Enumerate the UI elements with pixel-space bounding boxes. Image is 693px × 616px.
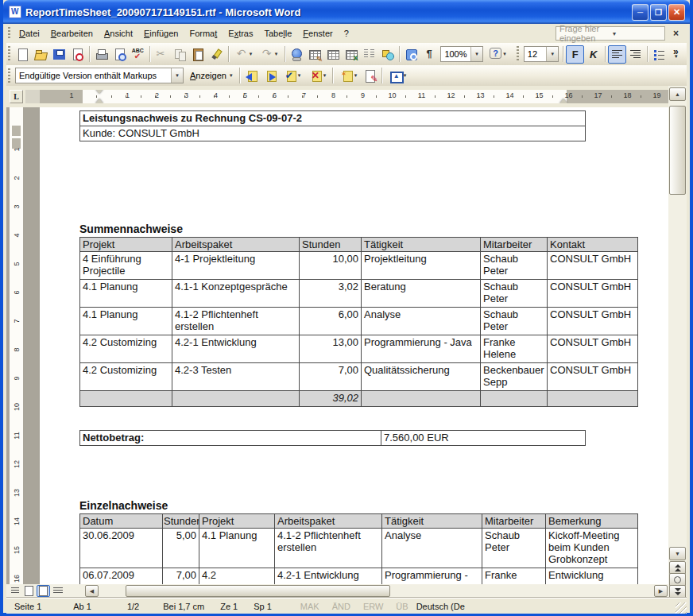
- first-line-indent-marker[interactable]: [95, 90, 103, 94]
- bold-button[interactable]: F: [566, 45, 584, 64]
- document-map-button[interactable]: [402, 45, 420, 64]
- normal-view-button[interactable]: [8, 585, 21, 597]
- font-size-combobox[interactable]: 12 ▾: [524, 46, 559, 62]
- toolbar-grip[interactable]: [517, 46, 519, 62]
- menu-extras[interactable]: Extras: [223, 26, 258, 41]
- next-page-button[interactable]: [669, 585, 686, 599]
- spelling-button[interactable]: [129, 45, 147, 64]
- align-left-button[interactable]: [608, 45, 626, 64]
- menu-bearbeiten[interactable]: Bearbeiten: [45, 26, 99, 41]
- close-button[interactable]: ✕: [668, 4, 685, 21]
- chevron-down-icon[interactable]: ▾: [610, 30, 664, 37]
- insert-table-button[interactable]: [323, 45, 342, 64]
- drawing-button[interactable]: [378, 45, 397, 64]
- menu-ansicht[interactable]: Ansicht: [99, 26, 138, 41]
- horizontal-scroll-thumb[interactable]: [126, 585, 390, 597]
- hanging-indent-marker[interactable]: [95, 99, 103, 103]
- redo-button[interactable]: ▾: [257, 45, 282, 64]
- new-document-button[interactable]: [14, 45, 32, 64]
- chevron-down-icon[interactable]: ▾: [250, 51, 253, 57]
- scroll-right-button[interactable]: ▶: [654, 585, 668, 597]
- maximize-button[interactable]: ❐: [650, 4, 667, 21]
- right-indent-marker[interactable]: [559, 99, 567, 103]
- format-painter-button[interactable]: [207, 45, 226, 64]
- toolbar-grip[interactable]: [8, 27, 10, 41]
- title-bar[interactable]: ReportTimeSheet_200907171149151.rtf - Mi…: [3, 0, 690, 24]
- zoom-combobox[interactable]: 100% ▾: [440, 46, 483, 62]
- chevron-down-icon[interactable]: ▾: [354, 72, 358, 79]
- italic-button[interactable]: K: [584, 45, 602, 64]
- vertical-scroll-thumb[interactable]: [669, 106, 686, 195]
- undo-button[interactable]: ▾: [231, 45, 257, 64]
- chevron-down-icon[interactable]: ▾: [171, 68, 183, 83]
- show-paragraph-marks-button[interactable]: [420, 45, 439, 64]
- print-layout-view-button[interactable]: [37, 585, 50, 597]
- ask-question-box[interactable]: Frage hier eingeben ▾: [556, 26, 665, 41]
- chevron-down-icon[interactable]: ▾: [404, 72, 407, 79]
- display-for-review-combobox[interactable]: Endgültige Version enthält Markups ▾: [15, 68, 184, 83]
- cut-button[interactable]: [153, 45, 171, 64]
- print-preview-button[interactable]: [110, 45, 129, 64]
- paste-button[interactable]: [189, 45, 207, 64]
- menu-help[interactable]: ?: [339, 26, 354, 41]
- next-change-button[interactable]: [261, 67, 279, 85]
- chevron-down-icon[interactable]: ▾: [298, 72, 301, 79]
- toolbar-grip[interactable]: [8, 68, 10, 83]
- columns-button[interactable]: [360, 45, 378, 64]
- scroll-down-button[interactable]: ▼: [669, 547, 686, 560]
- bold-label: F: [572, 48, 579, 60]
- toolbar-options-button[interactable]: [668, 45, 687, 64]
- status-toggle-erw[interactable]: ERW: [357, 602, 389, 611]
- tables-and-borders-button[interactable]: [305, 45, 323, 64]
- menubar-close-icon[interactable]: ×: [668, 28, 683, 39]
- horizontal-ruler[interactable]: 1 12345678910111213141516171819: [25, 90, 668, 103]
- web-layout-view-button[interactable]: [22, 585, 36, 597]
- insert-excel-button[interactable]: [342, 45, 360, 64]
- reviewing-pane-button[interactable]: ▾: [385, 67, 410, 85]
- minimize-button[interactable]: ─: [632, 4, 648, 21]
- reject-change-button[interactable]: ▾: [304, 67, 330, 85]
- track-changes-button[interactable]: [361, 67, 379, 85]
- menu-fenster[interactable]: Fenster: [297, 26, 338, 41]
- chevron-down-icon[interactable]: ▾: [470, 47, 482, 61]
- align-right-button[interactable]: [626, 45, 645, 64]
- paste-clipboard-icon: [192, 48, 205, 61]
- cell: Analyse: [382, 529, 482, 568]
- scroll-left-button[interactable]: ◀: [85, 585, 99, 597]
- new-comment-button[interactable]: ▾: [335, 67, 361, 85]
- search-button[interactable]: [68, 45, 87, 64]
- outline-view-button[interactable]: [51, 585, 64, 597]
- chevron-down-icon[interactable]: ▾: [275, 51, 278, 57]
- toolbar-grip[interactable]: [8, 46, 10, 62]
- print-layout-icon: [39, 586, 48, 596]
- document-page[interactable]: Leistungsnachweis zu Rechnung CS-09-07-2…: [40, 107, 669, 584]
- show-menu-button[interactable]: Anzeigen ▾: [185, 69, 237, 82]
- vertical-scrollbar[interactable]: ▲ ▼: [668, 86, 687, 598]
- menu-einfuegen[interactable]: Einfügen: [138, 26, 184, 41]
- menu-format[interactable]: Format: [184, 26, 223, 41]
- menu-bar: Datei Bearbeiten Ansicht Einfügen Format…: [6, 24, 687, 44]
- tab-selector-button[interactable]: L: [10, 90, 23, 103]
- menu-tabelle[interactable]: Tabelle: [258, 26, 297, 41]
- chevron-down-icon[interactable]: ▾: [546, 47, 558, 61]
- status-toggle-aend[interactable]: ÄND: [326, 602, 357, 611]
- vertical-ruler[interactable]: 12345678910111213141516: [10, 107, 23, 584]
- ruler-number: 10: [377, 91, 407, 99]
- help-button[interactable]: ▾: [485, 45, 510, 64]
- copy-button[interactable]: [171, 45, 189, 64]
- status-toggle-mak[interactable]: MAK: [294, 602, 326, 611]
- print-button[interactable]: [92, 45, 110, 64]
- save-button[interactable]: [50, 45, 68, 64]
- menu-datei[interactable]: Datei: [14, 26, 45, 41]
- insert-hyperlink-button[interactable]: [287, 45, 305, 64]
- bullets-button[interactable]: [650, 45, 668, 64]
- resize-grip[interactable]: [676, 602, 687, 614]
- scroll-up-button[interactable]: ▲: [669, 87, 686, 101]
- previous-change-button[interactable]: [242, 67, 261, 85]
- ruler-numbers: 12345678910111213141516171819: [99, 91, 657, 99]
- chevron-down-icon[interactable]: ▾: [503, 51, 506, 57]
- chevron-down-icon[interactable]: ▾: [323, 72, 327, 79]
- open-button[interactable]: [32, 45, 50, 64]
- status-toggle-ueb[interactable]: ÜB: [389, 602, 414, 611]
- accept-change-button[interactable]: ▾: [279, 67, 304, 85]
